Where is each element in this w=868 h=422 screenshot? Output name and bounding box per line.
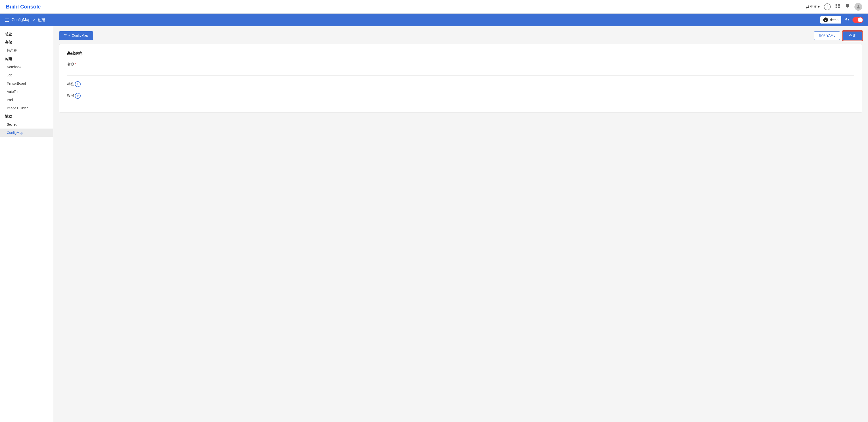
top-header: Build Console ⇄ 中文 ▾ ? — [0, 0, 868, 13]
svg-rect-0 — [836, 4, 837, 6]
breadcrumb-current: 创建 — [37, 18, 45, 23]
name-field: 名称 * — [67, 62, 854, 76]
namespace-icon: ● — [823, 18, 828, 22]
action-bar: 导入 ConfigMap 预览 YAML 创建 — [59, 31, 862, 40]
sidebar: 总览 存储 持久卷 构建 Notebook Job TensorBoard Au… — [0, 26, 53, 422]
form-section-title: 基础信息 — [67, 51, 854, 56]
namespace-label: demo — [830, 18, 838, 22]
sub-header-left: ☰ ConfigMap > 创建 — [5, 17, 45, 23]
lang-selector[interactable]: ⇄ 中文 ▾ — [806, 4, 819, 9]
sidebar-section-storage: 存储 — [0, 38, 53, 46]
add-data-button[interactable]: + — [75, 93, 81, 99]
tags-field: 标签 + — [67, 81, 854, 87]
sidebar-item-pod[interactable]: Pod — [0, 96, 53, 104]
sidebar-item-persistent-volume[interactable]: 持久卷 — [0, 46, 53, 55]
sidebar-section-overview[interactable]: 总览 — [0, 30, 53, 38]
breadcrumb-root[interactable]: ConfigMap — [11, 18, 30, 22]
sidebar-item-tensorboard[interactable]: TensorBoard — [0, 79, 53, 88]
data-field: 数据 + — [67, 93, 854, 99]
help-icon[interactable]: ? — [824, 3, 831, 10]
sidebar-item-secret[interactable]: Secret — [0, 120, 53, 129]
sidebar-item-autotune[interactable]: AutoTune — [0, 88, 53, 96]
namespace-selector[interactable]: ● demo — [820, 16, 841, 24]
name-input[interactable] — [67, 68, 854, 76]
header-right: ⇄ 中文 ▾ ? — [806, 3, 862, 11]
user-avatar[interactable] — [855, 3, 862, 11]
tags-label: 标签 + — [67, 81, 854, 87]
svg-rect-2 — [836, 6, 837, 8]
import-configmap-button[interactable]: 导入 ConfigMap — [59, 31, 93, 40]
app-title: Build Console — [6, 4, 41, 10]
svg-point-4 — [847, 7, 848, 8]
svg-rect-1 — [838, 4, 840, 6]
action-bar-right: 预览 YAML 创建 — [814, 31, 862, 40]
hamburger-menu-icon[interactable]: ☰ — [5, 17, 9, 23]
sidebar-item-configmap[interactable]: ConfigMap — [0, 129, 53, 137]
add-tag-button[interactable]: + — [75, 81, 81, 87]
bell-icon[interactable] — [845, 3, 850, 10]
svg-point-5 — [858, 5, 859, 7]
create-button[interactable]: 创建 — [843, 31, 862, 40]
form-card: 基础信息 名称 * 标签 + 数据 + — [59, 44, 862, 113]
refresh-icon[interactable]: ↻ — [845, 17, 849, 23]
sub-header: ☰ ConfigMap > 创建 ● demo ↻ — [0, 13, 868, 26]
sidebar-item-image-builder[interactable]: Image Builder — [0, 104, 53, 112]
data-label: 数据 + — [67, 93, 854, 99]
apps-grid-icon[interactable] — [835, 3, 840, 10]
lang-label: 中文 — [810, 5, 817, 9]
toggle-switch[interactable] — [852, 17, 863, 23]
main-layout: 总览 存储 持久卷 构建 Notebook Job TensorBoard Au… — [0, 26, 868, 422]
required-star: * — [75, 62, 76, 66]
svg-rect-3 — [838, 6, 840, 8]
sidebar-section-auxiliary: 辅助 — [0, 112, 53, 120]
translate-icon: ⇄ — [806, 4, 809, 9]
content-area: 导入 ConfigMap 预览 YAML 创建 基础信息 名称 * 标签 — [53, 26, 868, 422]
preview-yaml-button[interactable]: 预览 YAML — [814, 31, 840, 40]
sidebar-item-job[interactable]: Job — [0, 71, 53, 79]
sidebar-item-notebook[interactable]: Notebook — [0, 63, 53, 71]
toggle-knob — [858, 18, 863, 22]
sub-header-right: ● demo ↻ — [820, 16, 863, 24]
sidebar-section-build: 构建 — [0, 55, 53, 63]
chevron-down-icon: ▾ — [818, 5, 819, 9]
breadcrumb-separator: > — [33, 18, 35, 22]
name-label: 名称 * — [67, 62, 854, 66]
